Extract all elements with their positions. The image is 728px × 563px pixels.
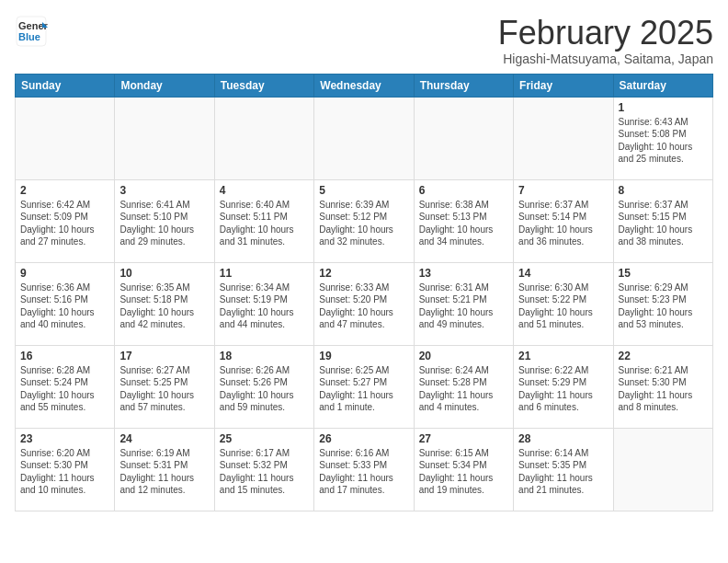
month-title: February 2025 [498, 15, 713, 52]
calendar-day-cell: 23Sunrise: 6:20 AMSunset: 5:30 PMDayligh… [16, 428, 115, 511]
day-number: 25 [220, 432, 309, 445]
day-info: Sunrise: 6:31 AMSunset: 5:21 PMDaylight:… [419, 282, 508, 331]
day-info: Sunrise: 6:25 AMSunset: 5:27 PMDaylight:… [319, 364, 408, 414]
day-number: 13 [419, 267, 508, 280]
calendar-week-row: 1Sunrise: 6:43 AMSunset: 5:08 PMDaylight… [16, 97, 713, 179]
calendar-day-cell: 22Sunrise: 6:21 AMSunset: 5:30 PMDayligh… [613, 345, 712, 428]
day-info: Sunrise: 6:17 AMSunset: 5:32 PMDaylight:… [220, 447, 309, 497]
calendar-day-cell: 10Sunrise: 6:35 AMSunset: 5:18 PMDayligh… [115, 262, 214, 345]
weekday-header-cell: Sunday [16, 74, 115, 97]
calendar-day-cell: 2Sunrise: 6:42 AMSunset: 5:09 PMDaylight… [16, 179, 115, 262]
day-number: 28 [518, 432, 608, 445]
day-info: Sunrise: 6:24 AMSunset: 5:28 PMDaylight:… [419, 364, 508, 414]
day-number: 6 [419, 184, 508, 197]
day-number: 4 [220, 184, 309, 197]
weekday-header-cell: Saturday [613, 74, 712, 97]
calendar-day-cell: 7Sunrise: 6:37 AMSunset: 5:14 PMDaylight… [514, 179, 613, 262]
day-number: 20 [419, 350, 508, 362]
weekday-header-cell: Friday [514, 74, 613, 97]
weekday-header-cell: Monday [115, 74, 214, 97]
location: Higashi-Matsuyama, Saitama, Japan [498, 52, 713, 66]
day-number: 16 [20, 350, 109, 362]
day-number: 17 [119, 350, 209, 362]
day-info: Sunrise: 6:41 AMSunset: 5:10 PMDaylight:… [119, 199, 209, 248]
day-info: Sunrise: 6:16 AMSunset: 5:33 PMDaylight:… [319, 447, 408, 497]
calendar-day-cell: 14Sunrise: 6:30 AMSunset: 5:22 PMDayligh… [514, 262, 613, 345]
title-block: February 2025 Higashi-Matsuyama, Saitama… [498, 15, 713, 66]
calendar-day-cell: 4Sunrise: 6:40 AMSunset: 5:11 PMDaylight… [214, 179, 313, 262]
calendar-day-cell: 9Sunrise: 6:36 AMSunset: 5:16 PMDaylight… [16, 262, 115, 345]
calendar-week-row: 23Sunrise: 6:20 AMSunset: 5:30 PMDayligh… [16, 428, 713, 511]
day-number: 21 [518, 350, 608, 362]
day-info: Sunrise: 6:38 AMSunset: 5:13 PMDaylight:… [419, 199, 508, 248]
calendar-day-cell: 28Sunrise: 6:14 AMSunset: 5:35 PMDayligh… [514, 428, 613, 511]
calendar-day-cell: 26Sunrise: 6:16 AMSunset: 5:33 PMDayligh… [314, 428, 414, 511]
weekday-header-cell: Wednesday [314, 74, 414, 97]
calendar-day-cell: 8Sunrise: 6:37 AMSunset: 5:15 PMDaylight… [613, 179, 712, 262]
calendar-week-row: 9Sunrise: 6:36 AMSunset: 5:16 PMDaylight… [16, 262, 713, 345]
calendar-day-cell: 1Sunrise: 6:43 AMSunset: 5:08 PMDaylight… [613, 97, 712, 179]
page-header: General Blue February 2025 Higashi-Matsu… [15, 15, 713, 66]
day-number: 18 [220, 350, 309, 362]
day-number: 27 [419, 432, 508, 445]
calendar-day-cell: 11Sunrise: 6:34 AMSunset: 5:19 PMDayligh… [214, 262, 313, 345]
calendar-day-cell: 15Sunrise: 6:29 AMSunset: 5:23 PMDayligh… [613, 262, 712, 345]
day-info: Sunrise: 6:42 AMSunset: 5:09 PMDaylight:… [20, 199, 109, 248]
day-info: Sunrise: 6:28 AMSunset: 5:24 PMDaylight:… [20, 364, 109, 414]
calendar-day-cell [115, 97, 214, 179]
day-info: Sunrise: 6:36 AMSunset: 5:16 PMDaylight:… [20, 282, 109, 331]
day-number: 1 [619, 101, 708, 114]
day-info: Sunrise: 6:40 AMSunset: 5:11 PMDaylight:… [220, 199, 309, 248]
calendar-day-cell: 18Sunrise: 6:26 AMSunset: 5:26 PMDayligh… [214, 345, 313, 428]
calendar-day-cell [414, 97, 513, 179]
day-info: Sunrise: 6:15 AMSunset: 5:34 PMDaylight:… [419, 447, 508, 497]
day-number: 12 [319, 267, 408, 280]
calendar-day-cell: 17Sunrise: 6:27 AMSunset: 5:25 PMDayligh… [115, 345, 214, 428]
calendar-day-cell: 20Sunrise: 6:24 AMSunset: 5:28 PMDayligh… [414, 345, 513, 428]
calendar-day-cell: 25Sunrise: 6:17 AMSunset: 5:32 PMDayligh… [214, 428, 313, 511]
logo-icon: General Blue [15, 15, 48, 48]
calendar-day-cell [214, 97, 313, 179]
calendar-day-cell: 6Sunrise: 6:38 AMSunset: 5:13 PMDaylight… [414, 179, 513, 262]
calendar-day-cell: 12Sunrise: 6:33 AMSunset: 5:20 PMDayligh… [314, 262, 414, 345]
day-number: 23 [20, 432, 109, 445]
day-info: Sunrise: 6:20 AMSunset: 5:30 PMDaylight:… [20, 447, 109, 497]
day-number: 5 [319, 184, 408, 197]
day-info: Sunrise: 6:27 AMSunset: 5:25 PMDaylight:… [119, 364, 209, 414]
day-info: Sunrise: 6:39 AMSunset: 5:12 PMDaylight:… [319, 199, 408, 248]
day-info: Sunrise: 6:37 AMSunset: 5:15 PMDaylight:… [619, 199, 708, 248]
day-info: Sunrise: 6:22 AMSunset: 5:29 PMDaylight:… [518, 364, 608, 414]
day-info: Sunrise: 6:30 AMSunset: 5:22 PMDaylight:… [518, 282, 608, 331]
day-info: Sunrise: 6:26 AMSunset: 5:26 PMDaylight:… [220, 364, 309, 414]
day-info: Sunrise: 6:21 AMSunset: 5:30 PMDaylight:… [619, 364, 708, 414]
day-number: 10 [119, 267, 209, 280]
day-info: Sunrise: 6:35 AMSunset: 5:18 PMDaylight:… [119, 282, 209, 331]
day-number: 24 [119, 432, 209, 445]
day-info: Sunrise: 6:33 AMSunset: 5:20 PMDaylight:… [319, 282, 408, 331]
calendar-day-cell [314, 97, 414, 179]
day-number: 22 [619, 350, 708, 362]
day-info: Sunrise: 6:19 AMSunset: 5:31 PMDaylight:… [119, 447, 209, 497]
calendar-day-cell [16, 97, 115, 179]
calendar-day-cell: 21Sunrise: 6:22 AMSunset: 5:29 PMDayligh… [514, 345, 613, 428]
day-number: 9 [20, 267, 109, 280]
logo: General Blue [15, 15, 48, 48]
day-number: 11 [220, 267, 309, 280]
day-info: Sunrise: 6:14 AMSunset: 5:35 PMDaylight:… [518, 447, 608, 497]
svg-text:Blue: Blue [18, 31, 40, 42]
calendar-day-cell: 19Sunrise: 6:25 AMSunset: 5:27 PMDayligh… [314, 345, 414, 428]
calendar-table: SundayMondayTuesdayWednesdayThursdayFrid… [15, 74, 713, 511]
calendar-day-cell: 3Sunrise: 6:41 AMSunset: 5:10 PMDaylight… [115, 179, 214, 262]
calendar-day-cell: 27Sunrise: 6:15 AMSunset: 5:34 PMDayligh… [414, 428, 513, 511]
day-number: 8 [619, 184, 708, 197]
day-number: 7 [518, 184, 608, 197]
day-info: Sunrise: 6:29 AMSunset: 5:23 PMDaylight:… [619, 282, 708, 331]
calendar-week-row: 2Sunrise: 6:42 AMSunset: 5:09 PMDaylight… [16, 179, 713, 262]
day-info: Sunrise: 6:37 AMSunset: 5:14 PMDaylight:… [518, 199, 608, 248]
day-info: Sunrise: 6:43 AMSunset: 5:08 PMDaylight:… [619, 116, 708, 166]
calendar-day-cell: 24Sunrise: 6:19 AMSunset: 5:31 PMDayligh… [115, 428, 214, 511]
calendar-day-cell [613, 428, 712, 511]
weekday-header-row: SundayMondayTuesdayWednesdayThursdayFrid… [16, 74, 713, 97]
calendar-week-row: 16Sunrise: 6:28 AMSunset: 5:24 PMDayligh… [16, 345, 713, 428]
day-number: 2 [20, 184, 109, 197]
